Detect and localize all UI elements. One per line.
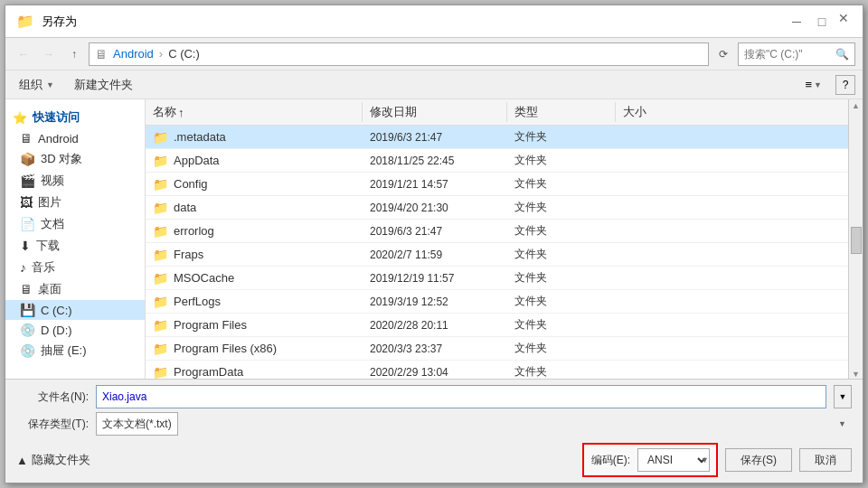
table-row[interactable]: 📁 PerfLogs 2019/3/19 12:52 文件夹 [146,290,848,314]
sidebar-pictures-label: 图片 [38,194,61,211]
table-row[interactable]: 📁 MSOCache 2019/12/19 11:57 文件夹 [146,267,848,290]
table-row[interactable]: 📁 Config 2019/1/21 14:57 文件夹 [146,173,848,196]
file-name: data [174,201,196,214]
file-size [616,183,688,185]
file-type: 文件夹 [507,175,616,192]
sidebar-video-label: 视频 [41,173,64,189]
scrollbar-right[interactable]: ▲ ▼ [848,99,863,379]
organize-button[interactable]: 组织 ▼ [13,73,61,97]
folder-icon: 📁 [153,224,168,239]
up-button[interactable]: ↑ [63,43,85,65]
filetype-label: 保存类型(T): [16,417,89,432]
table-row[interactable]: 📁 AppData 2018/11/25 22:45 文件夹 [146,149,848,173]
sidebar-3d-label: 3D 对象 [41,151,82,167]
folder-icon: 📁 [153,130,168,145]
quick-access-label: 快速访问 [33,109,80,126]
save-button[interactable]: 保存(S) [725,448,792,472]
file-size [616,160,688,162]
folder-icon: 📁 [153,201,168,215]
breadcrumb-android[interactable]: Android [113,47,154,61]
table-row[interactable]: 📁 errorlog 2019/6/3 21:47 文件夹 [146,220,848,243]
search-box[interactable]: 🔍 [738,42,855,66]
file-date: 2020/2/29 13:04 [363,365,507,380]
folder-icon: 📁 [153,177,168,192]
file-type: 文件夹 [507,316,616,333]
filetype-select-wrapper: 文本文档(*.txt) [96,412,852,436]
sidebar-android-label: Android [38,132,79,145]
filetype-row: 保存类型(T): 文本文档(*.txt) [16,412,852,436]
save-dialog: 📁 另存为 ─ □ ✕ ← → ↑ 🖥 Android › C (C:) ⟳ 🔍… [5,5,863,483]
table-row[interactable]: 📁 data 2019/4/20 21:30 文件夹 [146,196,848,220]
cancel-button[interactable]: 取消 [799,448,852,472]
sidebar-item-downloads[interactable]: ⬇ 下载 [5,235,145,257]
file-name: ProgramData [174,365,243,379]
address-bar[interactable]: 🖥 Android › C (C:) [89,42,709,66]
file-size [616,230,688,232]
file-size [616,371,688,373]
desktop-icon: 🖥 [20,282,33,296]
table-row[interactable]: 📁 Fraps 2020/2/7 11:59 文件夹 [146,243,848,267]
file-name: Config [174,177,208,191]
e-drive-icon: 💿 [20,343,35,358]
help-button[interactable]: ? [835,75,855,95]
bottom-actions: ▲ 隐藏文件夹 编码(E): ANSI UTF-8 Unicode ▼ 保存(S… [16,439,852,477]
col-date-label: 修改日期 [370,104,417,120]
sidebar-item-music[interactable]: ♪ 音乐 [5,257,145,278]
file-date: 2020/2/28 20:11 [363,318,507,333]
sidebar-item-3d[interactable]: 📦 3D 对象 [5,148,145,170]
file-type: 文件夹 [507,363,616,379]
view-icon: ≡ [805,78,812,91]
filename-dropdown-icon[interactable]: ▼ [834,385,852,408]
file-date: 2019/4/20 21:30 [363,201,507,215]
new-folder-label: 新建文件夹 [74,77,133,93]
new-folder-button[interactable]: 新建文件夹 [68,73,139,97]
folder-icon: 📁 [153,271,168,286]
table-row[interactable]: 📁 ProgramData 2020/2/29 13:04 文件夹 [146,361,848,379]
sidebar-item-desktop[interactable]: 🖥 桌面 [5,278,145,300]
sidebar-item-documents[interactable]: 📄 文档 [5,213,145,235]
scroll-thumb[interactable] [851,227,862,254]
sidebar-item-android[interactable]: 🖥 Android [5,128,145,148]
back-button[interactable]: ← [13,43,34,65]
scroll-up-icon[interactable]: ▲ [852,101,860,110]
filename-input[interactable] [96,385,826,408]
file-name: Program Files (x86) [174,342,277,355]
table-row[interactable]: 📁 Program Files 2020/2/28 20:11 文件夹 [146,314,848,337]
table-row[interactable]: 📁 .metadata 2019/6/3 21:47 文件夹 [146,126,848,149]
maximize-button[interactable]: □ [810,10,834,33]
col-header-date[interactable]: 修改日期 [363,102,507,122]
search-input[interactable] [744,48,832,61]
sidebar-quick-access[interactable]: ⭐ 快速访问 [5,107,145,128]
android-icon: 🖥 [20,131,33,145]
breadcrumb-current: C (C:) [168,47,200,61]
hide-folder-button[interactable]: ▲ 隐藏文件夹 [16,452,90,468]
filetype-select[interactable]: 文本文档(*.txt) [96,412,178,436]
scroll-down-icon[interactable]: ▼ [852,370,860,379]
sidebar-item-d-drive[interactable]: 💿 D (D:) [5,320,145,340]
file-name: AppData [174,154,220,167]
file-size [616,136,688,138]
file-type: 文件夹 [507,222,616,239]
sidebar-item-c-drive[interactable]: 💾 C (C:) [5,300,145,320]
search-icon: 🔍 [835,48,849,61]
folder-icon: 📁 [153,365,168,380]
sidebar-item-pictures[interactable]: 🖼 图片 [5,192,145,213]
sidebar-item-e-drive[interactable]: 💿 抽屉 (E:) [5,340,145,361]
sidebar-item-video[interactable]: 🎬 视频 [5,170,145,192]
encoding-label: 编码(E): [591,453,630,468]
close-button[interactable]: ✕ [835,10,852,26]
col-header-type[interactable]: 类型 [507,102,616,122]
col-header-size[interactable]: 大小 [616,102,688,122]
address-icon: 🖥 [95,47,108,61]
filename-row: 文件名(N): ▼ [16,385,852,408]
table-row[interactable]: 📁 Program Files (x86) 2020/3/3 23:37 文件夹 [146,337,848,361]
file-size [616,301,688,303]
encoding-select[interactable]: ANSI UTF-8 Unicode [637,448,710,472]
forward-button[interactable]: → [38,43,60,65]
c-drive-icon: 💾 [20,303,35,317]
refresh-button[interactable]: ⟳ [712,43,734,65]
view-button[interactable]: ≡ ▼ [798,74,828,95]
minimize-button[interactable]: ─ [785,10,808,33]
col-header-name[interactable]: 名称 ↑ [146,102,363,122]
file-type: 文件夹 [507,199,616,216]
